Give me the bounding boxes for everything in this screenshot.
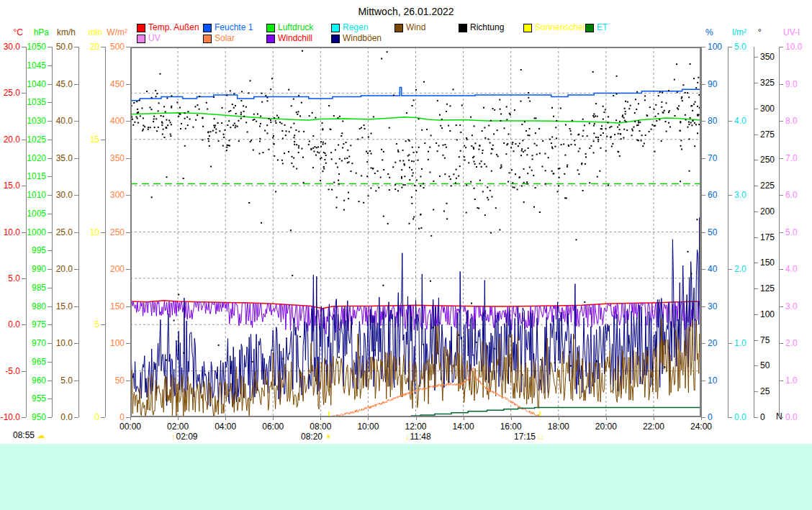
pressure-axis-label: 1025 — [4, 135, 46, 145]
sunshine-axis-tick — [101, 140, 105, 140]
sunshine-axis-label: 15 — [58, 135, 99, 145]
humidity-axis-tick — [701, 381, 705, 381]
uv-axis-tick — [779, 269, 783, 270]
pressure-axis-tick — [48, 250, 52, 251]
windspeed-axis-label: 35.0 — [31, 153, 73, 163]
marker-time: 08:20 — [301, 432, 322, 442]
temp-axis-tick — [22, 186, 26, 186]
marker-17-15: 17:15 □ — [514, 432, 543, 442]
legend-swatch-et — [585, 24, 594, 32]
direction-axis-line — [754, 47, 754, 417]
uv-axis-unit: UV-I — [783, 27, 812, 37]
solar-axis-label: 50 — [83, 375, 125, 386]
humidity-axis-label: 30 — [708, 301, 749, 311]
legend-swatch-solar — [203, 35, 212, 43]
legend-swatch-uv — [137, 35, 145, 43]
humidity-axis-tick — [701, 84, 705, 85]
direction-axis-tick — [754, 263, 758, 263]
pressure-axis-tick — [48, 176, 52, 177]
x-axis-label: 08:00 — [304, 422, 336, 432]
direction-axis-tick — [754, 365, 758, 366]
windspeed-axis-label: 5.0 — [31, 375, 73, 386]
direction-axis-label: 300 — [760, 104, 802, 114]
solar-axis-label: 100 — [83, 338, 125, 348]
direction-axis-label: 275 — [760, 129, 802, 140]
legend-label-sonnenschein: Sonnenschein — [535, 22, 590, 32]
pressure-axis-tick — [48, 362, 52, 363]
humidity-axis-label: 10 — [708, 375, 749, 386]
moon-icon: ☁ — [37, 431, 45, 440]
x-axis-label: 00:00 — [114, 422, 146, 432]
x-axis-tick — [464, 417, 464, 420]
x-axis-tick — [320, 417, 321, 420]
pressure-axis-label: 975 — [4, 319, 46, 329]
humidity-axis-label: 90 — [708, 79, 749, 89]
marker-08-55: 08:55 ☁ — [13, 430, 45, 440]
marker-time: 02:09 — [176, 432, 198, 442]
solar-axis-label: 350 — [83, 153, 125, 163]
marker-time: 17:15 — [514, 432, 536, 442]
windspeed-axis-tick — [74, 306, 78, 307]
solar-axis-label: 250 — [83, 227, 125, 237]
uv-axis-tick — [779, 343, 783, 344]
legend-label-uv: UV — [148, 33, 161, 43]
pressure-axis-label: 1005 — [4, 209, 46, 219]
pressure-axis-label: 1035 — [4, 97, 46, 107]
uv-axis-tick — [779, 232, 783, 233]
uv-axis-label: 5.0 — [785, 227, 812, 237]
rain-axis-tick — [728, 343, 732, 344]
direction-axis-tick — [754, 314, 758, 315]
pressure-axis-label: 965 — [4, 357, 46, 367]
direction-axis-label: 50 — [760, 360, 802, 370]
uv-axis-label: 9.0 — [785, 79, 812, 89]
uv-axis-tick — [779, 121, 783, 122]
sunshine-axis-tick — [101, 324, 105, 325]
humidity-axis-label: 70 — [708, 153, 749, 163]
marker-02-09: ↑ 02:09 — [171, 432, 198, 442]
x-axis-tick — [511, 417, 512, 420]
x-axis-label: 18:00 — [543, 422, 574, 432]
uv-axis-tick — [779, 158, 783, 159]
legend-swatch-windb-en — [331, 35, 340, 43]
x-axis-tick — [654, 417, 654, 420]
uv-axis-tick — [779, 47, 783, 47]
pressure-axis-tick — [48, 214, 52, 214]
pressure-axis-tick — [48, 65, 52, 66]
uv-axis-tick — [779, 381, 783, 381]
marker-time: 08:55 — [13, 430, 35, 440]
x-axis-label: 20:00 — [590, 422, 622, 432]
legend-label-windb-en: Windböen — [343, 33, 382, 43]
x-axis-tick — [130, 417, 131, 420]
uv-axis-label: 8.0 — [785, 116, 812, 126]
sunset-icon: □ — [538, 432, 543, 441]
legend-label-richtung: Richtung — [470, 22, 504, 32]
windspeed-axis-tick — [74, 381, 78, 381]
uv-axis-tick — [779, 195, 783, 196]
humidity-axis-tick — [701, 47, 705, 47]
legend-label-windchill: Windchill — [278, 33, 312, 43]
direction-axis-label: 125 — [760, 283, 802, 293]
windspeed-axis-tick — [74, 269, 78, 270]
solar-axis-label: 400 — [83, 116, 125, 126]
x-axis-label: 12:00 — [400, 422, 432, 432]
legend-label-feuchte-1: Feuchte 1 — [215, 22, 253, 32]
uv-axis-label: 10.0 — [785, 42, 812, 52]
solar-axis-label: 450 — [83, 79, 125, 89]
windspeed-axis-label: 15.0 — [31, 301, 73, 311]
rain-axis-line — [728, 47, 728, 417]
pressure-axis-tick — [48, 140, 52, 140]
windspeed-axis-tick — [74, 343, 78, 344]
direction-axis-tick — [754, 186, 758, 186]
humidity-axis-tick — [701, 158, 705, 159]
x-axis-tick — [606, 417, 607, 420]
pressure-axis-tick — [48, 288, 52, 288]
humidity-axis-tick — [701, 306, 705, 307]
windspeed-axis-tick — [74, 195, 78, 196]
x-axis-tick — [701, 417, 702, 420]
direction-axis-tick — [754, 160, 758, 160]
legend-swatch-feuchte-1 — [203, 24, 212, 32]
legend-label-et: ET — [597, 22, 608, 32]
x-axis-tick — [225, 417, 226, 420]
direction-axis-label: 350 — [760, 52, 802, 62]
x-axis-label: 24:00 — [685, 422, 717, 432]
